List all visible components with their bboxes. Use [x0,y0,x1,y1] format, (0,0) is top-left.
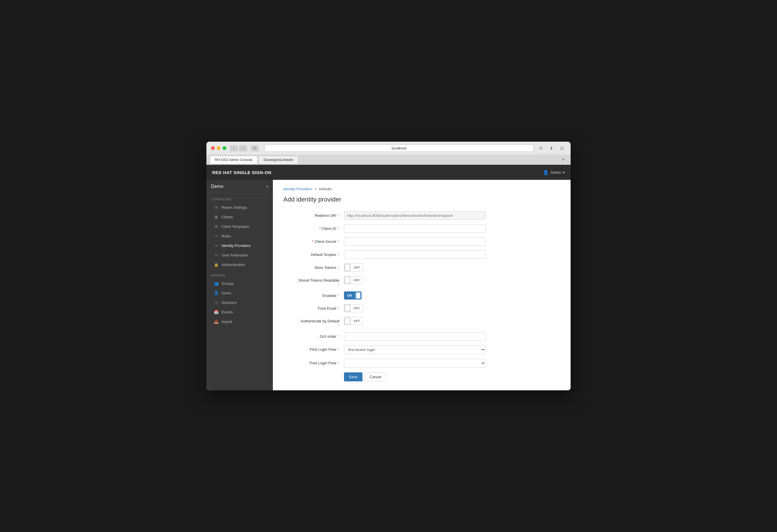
sidebar-item-roles[interactable]: ≡ Roles [206,231,273,241]
form-actions: Save Cancel [283,373,485,382]
store-tokens-control: OFF [344,263,485,272]
nav-buttons: ‹ › [230,145,247,151]
sidebar-item-users[interactable]: 👤 Users [206,288,273,298]
enabled-toggle[interactable]: ON [344,292,485,300]
realm-selector[interactable]: Demo ▾ [206,180,273,193]
sidebar-item-label: User Federation [221,253,248,257]
user-chevron-icon: ▾ [563,170,565,175]
sidebar-item-client-templates[interactable]: ⊠ Client Templates [206,222,273,231]
sidebar-item-groups[interactable]: 👥 Groups [206,279,273,288]
clients-icon: ▣ [214,215,219,219]
enabled-row: Enabled ? ON [283,292,485,300]
new-tab-plus-button[interactable]: + [559,157,567,163]
redirect-uri-row: Redirect URI ? [283,211,485,220]
browser-titlebar: ‹ › ⊡ localhost ↻ ⬆ ⊡ [206,142,571,155]
post-login-flow-help-icon[interactable]: ? [337,361,339,365]
groups-icon: 👥 [214,281,219,286]
gui-order-help-icon[interactable]: ? [337,334,339,339]
traffic-lights [211,146,226,150]
authenticate-by-default-control: OFF [344,317,485,325]
stored-tokens-readable-help-icon[interactable]: ? [337,283,339,287]
post-login-flow-row: Post Login Flow ? [283,359,485,368]
trust-email-row: Trust Email ? OFF [283,304,485,312]
realm-settings-icon: ⊞ [214,205,219,210]
store-tokens-row: Store Tokens ? OFF [283,263,485,272]
sidebar-item-label: Authentication [221,262,245,267]
sidebar: Demo ▾ Configure ⊞ Realm Settings ▣ Clie… [206,180,273,390]
store-tokens-help-icon[interactable]: ? [337,266,339,270]
tab-rh-sso[interactable]: RH-SSO Admin Console [210,156,257,164]
sidebar-item-clients[interactable]: ▣ Clients [206,212,273,222]
sidebar-item-identity-providers[interactable]: ⇔ Identity Providers [206,241,273,250]
post-login-flow-label: Post Login Flow ? [283,359,344,365]
default-scopes-help-icon[interactable]: ? [337,253,339,257]
enabled-help-icon[interactable]: ? [337,294,339,298]
store-tokens-label: Store Tokens ? [283,263,344,270]
browser-tabs: RH-SSO Admin Console Developer|LinkedIn … [206,155,571,165]
trust-email-toggle[interactable]: OFF [344,304,485,312]
client-id-required-star: * [319,226,321,231]
client-id-control [344,224,485,233]
default-scopes-label: Default Scopes ? [283,250,344,257]
client-secret-input[interactable] [344,237,485,246]
first-login-flow-help-icon[interactable]: ? [337,347,339,351]
gui-order-label: GUI order ? [283,332,344,339]
trust-email-help-icon[interactable]: ? [337,307,339,311]
sidebar-item-label: Groups [221,281,234,286]
identity-provider-form: Redirect URI ? * Client ID ? [283,211,485,382]
brand-logo: RED HAT SINGLE SIGN-ON [212,170,271,175]
first-login-flow-row: First Login Flow ? first broker login [283,345,485,354]
sidebar-item-authentication[interactable]: 🔒 Authentication [206,260,273,270]
close-button[interactable] [211,146,215,150]
sidebar-item-import[interactable]: 📥 Import [206,317,273,326]
post-login-flow-select[interactable] [344,359,485,368]
client-secret-help-icon[interactable]: ? [337,240,339,244]
gui-order-input[interactable] [344,332,485,341]
first-login-flow-select[interactable]: first broker login [344,345,485,354]
breadcrumb-link[interactable]: Identity Providers [283,187,312,191]
forward-button[interactable]: › [239,145,247,151]
back-button[interactable]: ‹ [230,145,238,151]
sidebar-item-user-federation[interactable]: ⇔ User Federation [206,250,273,260]
authenticate-by-default-help-icon[interactable]: ? [337,324,339,328]
client-id-input[interactable] [344,224,485,233]
address-bar[interactable]: localhost [264,144,534,152]
sessions-icon: ⊙ [214,300,219,305]
import-icon: 📥 [214,319,219,324]
user-menu[interactable]: 👤 Admin ▾ [543,170,565,175]
sidebar-item-events[interactable]: 📅 Events [206,307,273,317]
default-scopes-control [344,250,485,259]
app: RED HAT SINGLE SIGN-ON 👤 Admin ▾ Demo ▾ … [206,165,571,390]
stored-tokens-readable-control: OFF [344,276,485,284]
minimize-button[interactable] [217,146,221,150]
gui-order-control [344,332,485,341]
refresh-button[interactable]: ↻ [537,145,545,151]
trust-email-label: Trust Email ? [283,304,344,311]
stored-tokens-readable-toggle[interactable]: OFF [344,276,485,284]
share-button[interactable]: ⬆ [548,145,556,151]
page-title: Add identity provider [283,196,560,203]
fullscreen-button[interactable] [223,146,226,150]
user-icon: 👤 [543,170,549,175]
sidebar-item-label: Clients [221,215,233,219]
redirect-uri-control [344,211,485,220]
client-secret-required-star: * [312,239,314,244]
save-button[interactable]: Save [344,373,362,382]
redirect-uri-help-icon[interactable]: ? [337,214,339,218]
cancel-button[interactable]: Cancel [365,373,386,382]
sidebar-item-sessions[interactable]: ⊙ Sessions [206,298,273,307]
authenticate-by-default-toggle[interactable]: OFF [344,317,485,325]
client-secret-label: * Client Secret ? [283,237,344,244]
reader-button[interactable]: ⊡ [251,145,259,151]
trust-email-control: OFF [344,304,485,312]
client-id-help-icon[interactable]: ? [337,227,339,231]
sidebar-item-realm-settings[interactable]: ⊞ Realm Settings [206,203,273,212]
default-scopes-input[interactable] [344,250,485,259]
redirect-uri-label: Redirect URI ? [283,211,344,218]
new-tab-button[interactable]: ⊡ [558,145,566,151]
client-secret-control [344,237,485,246]
store-tokens-toggle[interactable]: OFF [344,263,485,272]
app-body: Demo ▾ Configure ⊞ Realm Settings ▣ Clie… [206,180,571,390]
gui-order-row: GUI order ? [283,332,485,341]
tab-linkedin[interactable]: Developer|LinkedIn [259,156,298,164]
